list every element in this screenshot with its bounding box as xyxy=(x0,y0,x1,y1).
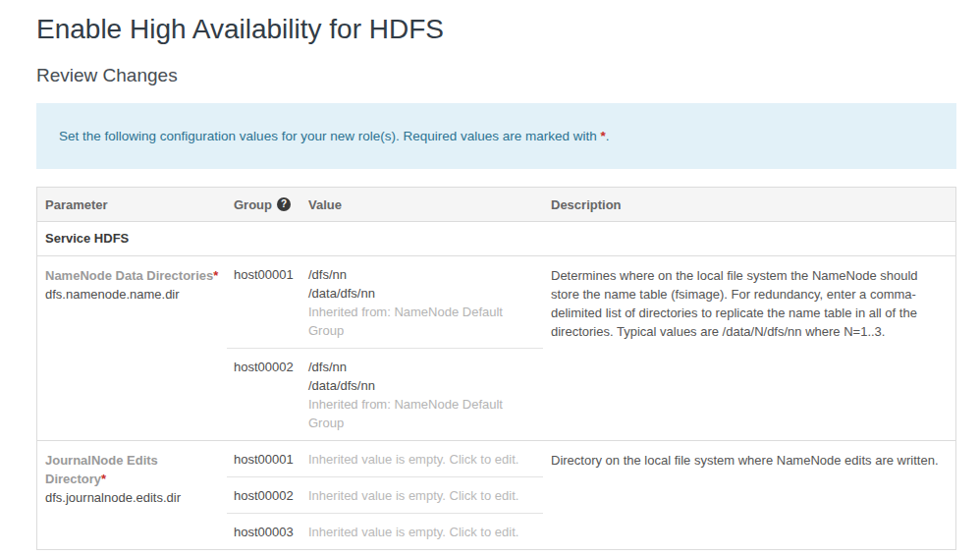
service-section-row: Service HDFS xyxy=(37,222,955,256)
value-cell[interactable]: /dfs/nn /data/dfs/nn Inherited from: Nam… xyxy=(301,256,543,348)
group-cell: host00002 xyxy=(227,349,301,440)
group-value-subrow: host00001 /dfs/nn /data/dfs/nn Inherited… xyxy=(227,256,543,348)
group-help-icon[interactable]: ? xyxy=(277,197,291,211)
empty-value-placeholder[interactable]: Inherited value is empty. Click to edit. xyxy=(308,523,541,541)
group-value-subrow: host00001 Inherited value is empty. Clic… xyxy=(227,441,543,476)
info-banner-text: Set the following configuration values f… xyxy=(59,129,601,143)
empty-value-placeholder[interactable]: Inherited value is empty. Click to edit. xyxy=(308,450,541,469)
page-title: Enable High Availability for HDFS xyxy=(36,14,956,45)
group-value-subrow: host00003 Inherited value is empty. Clic… xyxy=(227,513,543,549)
header-description: Description xyxy=(543,197,955,212)
parameter-cell: NameNode Data Directories* dfs.namenode.… xyxy=(37,256,227,440)
group-cell: host00001 xyxy=(227,441,301,476)
group-cell: host00002 xyxy=(227,477,301,513)
empty-value-placeholder[interactable]: Inherited value is empty. Click to edit. xyxy=(308,486,541,505)
value-line: /data/dfs/nn xyxy=(308,376,541,395)
table-row-namenode-data-directories: NameNode Data Directories* dfs.namenode.… xyxy=(37,256,955,440)
description-cell: Directory on the local file system where… xyxy=(543,441,955,549)
table-row-journalnode-edits-directory: JournalNode Edits Directory* dfs.journal… xyxy=(37,440,955,549)
header-group: Group ? xyxy=(227,197,301,212)
parameter-cell: JournalNode Edits Directory* dfs.journal… xyxy=(37,441,227,549)
inherited-from-note: Inherited from: NameNode Default Group xyxy=(308,303,505,340)
parameter-display-name: NameNode Data Directories* xyxy=(45,266,221,285)
value-cell-empty[interactable]: Inherited value is empty. Click to edit. xyxy=(301,441,543,476)
wizard-page: Enable High Availability for HDFS Review… xyxy=(0,0,980,550)
parameter-name-text: NameNode Data Directories xyxy=(45,268,213,283)
value-line: /dfs/nn xyxy=(308,265,541,284)
config-table: Parameter Group ? Value Description Serv… xyxy=(36,187,956,550)
group-value-cell-group: host00001 Inherited value is empty. Clic… xyxy=(227,441,543,549)
group-cell: host00001 xyxy=(227,256,301,348)
group-value-subrow: host00002 Inherited value is empty. Clic… xyxy=(227,476,543,513)
parameter-property-name: dfs.journalnode.edits.dir xyxy=(45,488,221,507)
inherited-from-note: Inherited from: NameNode Default Group xyxy=(308,395,505,432)
required-asterisk: * xyxy=(213,268,218,283)
parameter-property-name: dfs.namenode.name.dir xyxy=(45,285,221,304)
table-header-row: Parameter Group ? Value Description xyxy=(37,188,955,222)
description-cell: Determines where on the local file syste… xyxy=(543,256,955,440)
value-cell-empty[interactable]: Inherited value is empty. Click to edit. xyxy=(301,514,543,549)
step-title: Review Changes xyxy=(36,65,956,86)
group-cell: host00003 xyxy=(227,514,301,549)
group-value-cell-group: host00001 /dfs/nn /data/dfs/nn Inherited… xyxy=(227,256,543,440)
value-cell-empty[interactable]: Inherited value is empty. Click to edit. xyxy=(301,477,543,513)
parameter-display-name: JournalNode Edits Directory* xyxy=(45,451,221,488)
group-value-subrow: host00002 /dfs/nn /data/dfs/nn Inherited… xyxy=(227,348,543,440)
required-asterisk: * xyxy=(101,472,106,486)
value-line: /data/dfs/nn xyxy=(308,284,541,303)
value-cell[interactable]: /dfs/nn /data/dfs/nn Inherited from: Nam… xyxy=(301,349,543,440)
header-group-label: Group xyxy=(234,197,272,212)
header-parameter: Parameter xyxy=(37,197,227,212)
info-banner: Set the following configuration values f… xyxy=(36,103,956,169)
value-line: /dfs/nn xyxy=(308,358,541,376)
info-banner-text-suffix: . xyxy=(606,129,610,143)
header-value: Value xyxy=(301,197,543,212)
